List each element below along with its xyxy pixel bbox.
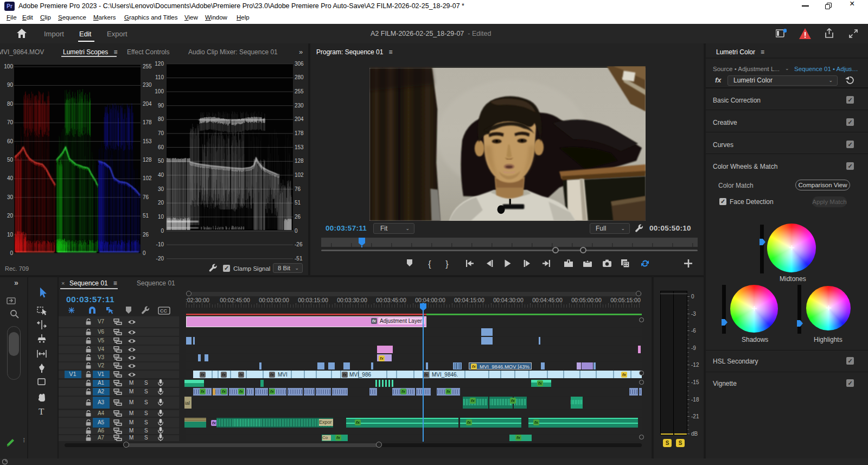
svg-text:153: 153 [143, 138, 152, 144]
svg-text:51: 51 [295, 200, 301, 206]
svg-text:20: 20 [7, 213, 14, 219]
svg-text:306: 306 [295, 61, 304, 67]
svg-text:128: 128 [143, 157, 152, 163]
svg-text:20: 20 [158, 200, 164, 206]
svg-text:-26: -26 [295, 241, 303, 247]
svg-text:70: 70 [158, 130, 164, 136]
svg-text:26: 26 [143, 232, 149, 238]
svg-text:100: 100 [155, 88, 164, 94]
svg-text:110: 110 [155, 74, 164, 80]
svg-text:280: 280 [295, 74, 304, 80]
svg-text:50: 50 [158, 158, 164, 164]
svg-text:60: 60 [158, 144, 164, 150]
svg-text:178: 178 [295, 130, 304, 136]
svg-text:128: 128 [295, 158, 304, 164]
svg-text:CC: CC [160, 308, 167, 314]
svg-text:76: 76 [295, 186, 301, 192]
svg-text:0: 0 [143, 250, 146, 256]
svg-text:50: 50 [7, 157, 14, 163]
svg-text:0: 0 [10, 250, 13, 256]
svg-text:100: 100 [4, 63, 13, 69]
svg-text:30: 30 [7, 194, 14, 200]
svg-text:40: 40 [158, 172, 164, 178]
svg-text:T: T [39, 406, 44, 417]
svg-text:90: 90 [158, 103, 164, 109]
svg-text:0: 0 [295, 228, 298, 234]
svg-text:30: 30 [158, 186, 164, 192]
svg-text:90: 90 [7, 82, 14, 88]
svg-text:230: 230 [295, 103, 304, 109]
svg-text:153: 153 [295, 144, 304, 150]
svg-text:178: 178 [143, 119, 152, 125]
svg-text:255: 255 [295, 88, 304, 94]
svg-text:40: 40 [7, 175, 14, 181]
svg-text:-51: -51 [295, 256, 303, 262]
svg-text:}: } [445, 259, 449, 269]
svg-text:80: 80 [7, 101, 14, 107]
svg-text:51: 51 [143, 213, 149, 219]
svg-text:-10: -10 [156, 241, 164, 247]
svg-text:60: 60 [7, 138, 14, 144]
svg-text:204: 204 [295, 116, 304, 122]
svg-text:102: 102 [143, 175, 152, 181]
svg-text:10: 10 [7, 232, 14, 238]
svg-text:10: 10 [158, 214, 164, 220]
svg-text:230: 230 [143, 82, 152, 88]
svg-text:26: 26 [295, 214, 301, 220]
svg-text:255: 255 [143, 63, 152, 69]
svg-text:102: 102 [295, 172, 304, 178]
svg-text:70: 70 [7, 119, 14, 125]
svg-text:{: { [428, 259, 431, 269]
svg-text:80: 80 [158, 116, 164, 122]
svg-text:0: 0 [161, 228, 164, 234]
svg-text:204: 204 [143, 101, 152, 107]
svg-text:-20: -20 [156, 256, 164, 262]
svg-text:76: 76 [143, 194, 149, 200]
svg-text:120: 120 [155, 61, 164, 67]
